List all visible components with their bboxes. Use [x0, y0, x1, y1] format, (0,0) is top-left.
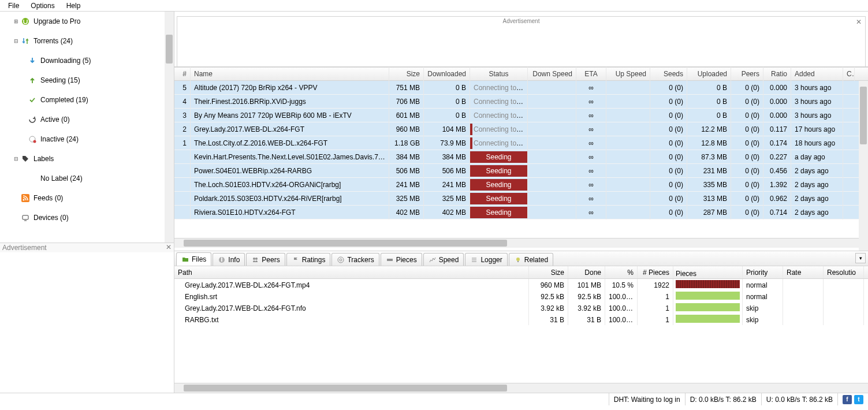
fcol-bar[interactable]: Pieces [673, 266, 743, 278]
sidebar-torrents[interactable]: ⊟ Torrents (24) [0, 31, 174, 51]
menu-options[interactable]: Options [25, 1, 60, 11]
col-up-speed[interactable]: Up Speed [606, 67, 650, 81]
sidebar-item-label: Completed (19) [40, 96, 88, 104]
sidebar-item-label: Downloading (5) [40, 57, 91, 65]
svg-point-10 [338, 257, 344, 263]
svg-rect-14 [517, 261, 519, 262]
tab-speed[interactable]: Speed [423, 253, 464, 266]
status-dht[interactable]: DHT: Waiting to log in [609, 393, 685, 405]
file-row[interactable]: Grey.Lady.2017.WEB-DL.x264-FGT.nfo3.92 k… [174, 302, 868, 314]
tab-related[interactable]: Related [509, 253, 553, 266]
fcol-path[interactable]: Path [174, 266, 529, 278]
torrent-hscroll[interactable] [174, 238, 868, 248]
status-download[interactable]: D: 0.0 kB/s T: 86.2 kB [685, 393, 761, 405]
col-size[interactable]: Size [389, 67, 424, 81]
status-social: f t [837, 393, 868, 405]
sidebar-downloading[interactable]: Downloading (5) [0, 51, 174, 70]
file-row[interactable]: RARBG.txt31 B31 B100.0 %1skip [174, 314, 868, 325]
col-uploaded[interactable]: Uploaded [687, 67, 731, 81]
sidebar-inactive[interactable]: Inactive (24) [0, 129, 174, 149]
upload-icon [28, 76, 37, 85]
fcol-resolution[interactable]: Resolutio [824, 266, 864, 278]
tab-logger[interactable]: Logger [465, 253, 507, 266]
col-seeds[interactable]: Seeds [650, 67, 687, 81]
fcol-pct[interactable]: % [605, 266, 638, 278]
fcol-size[interactable]: Size [529, 266, 568, 278]
file-row[interactable]: English.srt92.5 kB92.5 kB100.0 %1normal [174, 290, 868, 302]
torrent-vscroll[interactable] [859, 81, 868, 251]
sidebar-completed[interactable]: Completed (19) [0, 90, 174, 110]
close-icon[interactable]: ✕ [166, 243, 172, 251]
sidebar-devices[interactable]: Devices (0) [0, 208, 174, 228]
devices-icon [21, 213, 30, 222]
sidebar-upgrade[interactable]: ⊞ Upgrade to Pro [0, 12, 174, 31]
col-eta[interactable]: ETA [576, 67, 606, 81]
fcol-rate[interactable]: Rate [783, 266, 824, 278]
torrent-row[interactable]: Riviera.S01E10.HDTV.x264-FGT402 MB402 MB… [174, 206, 868, 219]
svg-point-11 [340, 259, 342, 261]
torrent-row[interactable]: 2Grey.Lady.2017.WEB-DL.x264-FGT960 MB104… [174, 122, 868, 136]
sidebar-active[interactable]: Active (0) [0, 110, 174, 129]
torrent-row[interactable]: Poldark.2015.S03E03.HDTV.x264-RiVER[rarb… [174, 192, 868, 206]
tabs-more[interactable]: ▾ [855, 253, 866, 263]
fcol-priority[interactable]: Priority [743, 266, 783, 278]
file-row[interactable]: Grey.Lady.2017.WEB-DL.x264-FGT.mp4960 MB… [174, 279, 868, 290]
close-icon[interactable]: ✕ [856, 18, 862, 26]
col-peers[interactable]: Peers [731, 67, 763, 81]
col-downloaded[interactable]: Downloaded [424, 67, 470, 81]
rss-icon [21, 193, 30, 203]
torrent-row[interactable]: The.Loch.S01E03.HDTV.x264-ORGANiC[rarbg]… [174, 178, 868, 192]
torrent-row[interactable]: 4Their.Finest.2016.BRRip.XViD-juggs706 M… [174, 95, 868, 109]
torrent-row[interactable]: Power.S04E01.WEBRip.x264-RARBG506 MB506 … [174, 164, 868, 178]
sidebar-seeding[interactable]: Seeding (15) [0, 70, 174, 90]
col-num[interactable]: # [174, 67, 191, 81]
sidebar-item-label: No Label (24) [40, 174, 83, 182]
detail-pane: Files iInfo Peers Ratings Trackers Piece… [174, 251, 868, 393]
facebook-icon[interactable]: f [843, 395, 852, 404]
category-tree: ⊞ Upgrade to Pro ⊟ Torrents (24) Downloa… [0, 12, 174, 243]
torrent-row[interactable]: 1The.Lost.City.of.Z.2016.WEB-DL.x264-FGT… [174, 136, 868, 150]
sidebar-labels[interactable]: ⊟ Labels [0, 149, 174, 169]
sidebar-item-label: Labels [33, 155, 54, 163]
sidebar-item-label: Active (0) [40, 115, 70, 124]
tab-info[interactable]: iInfo [213, 253, 245, 266]
sidebar-ad-area [0, 252, 174, 393]
sidebar-item-label: Torrents (24) [33, 37, 73, 45]
tab-ratings[interactable]: Ratings [286, 253, 331, 266]
sidebar-no-label[interactable]: No Label (24) [0, 169, 174, 188]
torrent-row[interactable]: 5Altitude (2017) 720p BrRip x264 - VPPV7… [174, 81, 868, 95]
inactive-icon [28, 135, 37, 144]
sidebar-feeds[interactable]: Feeds (0) [0, 188, 174, 208]
menu-help[interactable]: Help [61, 1, 87, 11]
fcol-done[interactable]: Done [568, 266, 605, 278]
svg-point-9 [255, 258, 258, 260]
logger-icon [470, 256, 478, 264]
twitter-icon[interactable]: t [854, 395, 863, 404]
tab-pieces[interactable]: Pieces [381, 253, 422, 266]
menu-bar: File Options Help [0, 0, 868, 12]
tab-trackers[interactable]: Trackers [331, 253, 379, 266]
torrent-row[interactable]: 3By Any Means 2017 720p WEBRip 600 MB - … [174, 109, 868, 122]
svg-point-2 [33, 140, 36, 143]
tab-peers[interactable]: Peers [246, 253, 285, 266]
svg-point-8 [253, 258, 255, 260]
info-icon: i [218, 256, 226, 264]
fcol-pieces[interactable]: # Pieces [638, 266, 673, 278]
files-hscroll[interactable] [174, 383, 868, 393]
status-bar: DHT: Waiting to log in D: 0.0 kB/s T: 86… [0, 393, 868, 405]
svg-text:i: i [221, 256, 223, 263]
col-extra[interactable]: C [843, 67, 855, 81]
col-status[interactable]: Status [470, 67, 528, 81]
torrent-row[interactable]: Kevin.Hart.Presents.The.Next.Level.S01E0… [174, 150, 868, 164]
ad-label-text: Advertisement [2, 244, 47, 252]
col-name[interactable]: Name [191, 67, 389, 81]
col-down-speed[interactable]: Down Speed [528, 67, 576, 81]
peers-icon [251, 256, 259, 264]
status-upload[interactable]: U: 0.0 kB/s T: 86.2 kB [761, 393, 837, 405]
tab-files[interactable]: Files [176, 252, 211, 266]
col-ratio[interactable]: Ratio [763, 67, 791, 81]
col-added[interactable]: Added [791, 67, 843, 81]
flag-icon [292, 256, 300, 264]
sidebar-scrollbar[interactable] [165, 12, 174, 243]
menu-file[interactable]: File [2, 1, 25, 11]
